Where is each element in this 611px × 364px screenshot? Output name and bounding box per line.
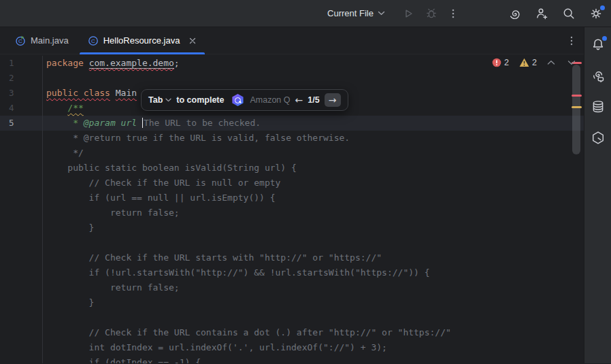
ghost-code-line[interactable]: // Check if the URL is null or empty xyxy=(0,176,584,191)
ai-chat-button[interactable] xyxy=(588,65,608,86)
error-count[interactable]: 2 xyxy=(492,58,509,67)
tab-list-menu-button[interactable] xyxy=(566,35,577,46)
line-number xyxy=(0,131,43,146)
inline-completion-popup: Tab to complete Amazon Q ← 1/5 → xyxy=(141,89,348,111)
line-number xyxy=(0,325,43,340)
warning-stripe-mark[interactable] xyxy=(572,106,582,108)
error-stripe-mark[interactable] xyxy=(572,95,582,97)
svg-text:C: C xyxy=(18,38,22,44)
line-number xyxy=(0,250,43,265)
runnable-class-icon: C xyxy=(15,35,26,46)
amazon-q-label: Amazon Q xyxy=(250,95,290,105)
tab-main-java[interactable]: C Main.java xyxy=(5,27,78,54)
line-number: 5 xyxy=(0,116,43,131)
kebab-menu-icon xyxy=(448,8,459,19)
tab-label: HelloResource.java xyxy=(103,35,180,46)
settings-button[interactable] xyxy=(587,4,606,23)
ghost-code-line[interactable]: } xyxy=(0,220,584,235)
search-icon xyxy=(562,7,576,20)
line-number xyxy=(0,355,43,363)
ghost-code-line[interactable]: if (dotIndex == -1) { xyxy=(0,355,584,363)
run-configuration-selector[interactable]: Current File xyxy=(323,5,389,21)
editor-column: C Main.java C HelloResource.java xyxy=(0,27,584,363)
right-tool-stripe xyxy=(584,27,611,363)
ai-spiral-icon xyxy=(508,7,521,20)
hexagon-clock-icon xyxy=(591,131,606,146)
line-number: 1 xyxy=(0,56,43,71)
ghost-code-line[interactable]: public static boolean isValid(String url… xyxy=(0,161,584,176)
database-icon xyxy=(591,99,606,114)
toolbar-more-button[interactable] xyxy=(444,4,463,23)
error-count-value: 2 xyxy=(504,58,509,67)
play-icon xyxy=(401,7,415,20)
ghost-code-line[interactable]: // Check if the URL starts with "http://… xyxy=(0,250,584,265)
line-number xyxy=(0,280,43,295)
svg-text:C: C xyxy=(91,38,95,44)
dependencies-button[interactable] xyxy=(588,128,608,148)
line-number xyxy=(0,295,43,310)
chevron-down-icon[interactable] xyxy=(165,98,171,102)
line-number xyxy=(0,161,43,176)
debug-button[interactable] xyxy=(422,4,441,23)
ghost-code-line[interactable]: if (url == null || url.isEmpty()) { xyxy=(0,191,584,205)
ai-assistant-button[interactable] xyxy=(505,4,524,23)
tab-key-hint[interactable]: Tab xyxy=(148,95,163,105)
line-number xyxy=(0,340,43,355)
editor-tab-bar: C Main.java C HelloResource.java xyxy=(0,27,584,54)
search-everywhere-button[interactable] xyxy=(559,4,578,23)
text-cursor xyxy=(142,118,143,128)
next-suggestion-button[interactable]: → xyxy=(325,93,341,107)
database-button[interactable] xyxy=(588,97,608,117)
bug-icon xyxy=(425,7,438,20)
code-with-me-button[interactable] xyxy=(532,4,551,23)
ghost-code-line[interactable]: return false; xyxy=(0,280,584,295)
warning-count-value: 2 xyxy=(532,58,537,67)
main-toolbar: Current File xyxy=(0,0,611,27)
line-number xyxy=(0,176,43,191)
ai-chat-bubble-icon xyxy=(591,68,606,83)
notification-dot xyxy=(602,36,607,41)
error-circle-icon xyxy=(492,58,501,67)
ghost-code-line[interactable]: * @return true if the URL is valid, fals… xyxy=(0,131,584,146)
line-number xyxy=(0,146,43,161)
warning-count[interactable]: 2 xyxy=(519,58,537,67)
ghost-code-line[interactable]: } xyxy=(0,295,584,310)
previous-suggestion-button[interactable]: ← xyxy=(295,95,303,105)
chevron-down-icon xyxy=(378,11,385,16)
tab-helloresource-java[interactable]: C HelloResource.java xyxy=(78,27,207,54)
ghost-code-line[interactable]: if (!url.startsWith("http://") && !url.s… xyxy=(0,265,584,280)
line-number: 3 xyxy=(0,86,43,101)
settings-update-dot xyxy=(600,5,605,10)
run-button[interactable] xyxy=(399,4,418,23)
line-number xyxy=(0,220,43,235)
ghost-code-line[interactable]: // Check if the URL contains a dot (.) a… xyxy=(0,325,584,340)
user-plus-icon xyxy=(535,7,548,20)
ghost-code-line[interactable]: return false; xyxy=(0,205,584,220)
warning-triangle-icon xyxy=(519,58,529,67)
content-row: C Main.java C HelloResource.java xyxy=(0,27,611,363)
line-number: 2 xyxy=(0,71,43,86)
ghost-code-line[interactable] xyxy=(0,235,584,250)
previous-problem-button[interactable] xyxy=(547,60,555,65)
code-line[interactable]: 5 * @param url The URL to be checked. xyxy=(0,116,584,131)
run-configuration-label: Current File xyxy=(327,8,374,18)
ghost-code-line[interactable] xyxy=(0,310,584,325)
tab-label: Main.java xyxy=(31,35,69,46)
line-number xyxy=(0,191,43,205)
ide-window: Current File xyxy=(0,0,611,364)
completion-hint-text: to complete xyxy=(176,95,224,105)
close-tab-icon[interactable] xyxy=(188,37,197,45)
vertical-scrollbar-thumb[interactable] xyxy=(572,65,580,154)
line-number xyxy=(0,235,43,250)
toolbar-right-icons xyxy=(505,4,606,23)
ghost-code-line[interactable]: int dotIndex = url.indexOf('.', url.inde… xyxy=(0,340,584,355)
line-number xyxy=(0,310,43,325)
ghost-code-line[interactable]: */ xyxy=(0,146,584,161)
code-editor[interactable]: 2 2 xyxy=(0,54,584,363)
class-icon: C xyxy=(88,35,99,46)
line-number xyxy=(0,205,43,220)
next-problem-button[interactable] xyxy=(567,60,576,65)
run-widget-group: Current File xyxy=(323,4,463,23)
notifications-button[interactable] xyxy=(588,34,608,54)
code-line[interactable]: 2 xyxy=(0,71,584,86)
